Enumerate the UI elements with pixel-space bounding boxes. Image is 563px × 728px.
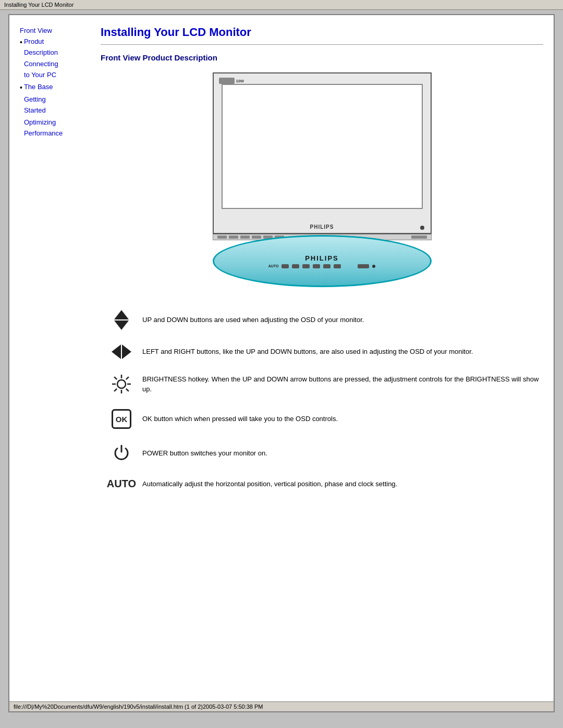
base-ctrl-3 [302, 264, 310, 268]
sidebar-item-optimizing: • OptimizingPerformance [20, 117, 95, 139]
title-bar-text: Installing Your LCD Monitor [4, 2, 74, 8]
power-icon [112, 443, 131, 463]
svg-point-8 [117, 380, 126, 388]
brightness-icon [111, 374, 132, 394]
power-description: POWER button switches your monitor on. [142, 448, 543, 459]
sidebar-link-connecting[interactable]: Connectingto Your PC [24, 59, 58, 81]
monitor-btn-2 [229, 236, 238, 239]
sidebar-item-base: • The Base [20, 82, 95, 93]
base-ctrl-4 [313, 264, 320, 268]
base-power-dot [372, 265, 375, 268]
svg-line-4 [114, 377, 117, 379]
monitor-btn-4 [252, 236, 261, 239]
bullet-icon-3: • [20, 82, 22, 93]
monitor-base: PHILIPS AUTO [213, 235, 432, 287]
main-content: Installing Your LCD Monitor Front View P… [95, 26, 543, 691]
status-bar: file:///D|/My%20Documents/dfu/W9/english… [9, 701, 554, 711]
arrow-down-icon [114, 320, 129, 330]
sidebar-link-base[interactable]: The Base [24, 82, 53, 93]
ok-icon: OK [112, 409, 131, 429]
base-ctrl-6 [334, 264, 341, 268]
icon-row-power: POWER button switches your monitor on. [101, 436, 543, 471]
monitor-btn-7 [411, 236, 427, 239]
icon-cell-updown [101, 310, 142, 330]
svg-line-5 [126, 389, 129, 391]
base-auto-label: AUTO [268, 264, 279, 268]
icon-cell-auto: AUTO [101, 478, 142, 490]
sidebar-link-optimizing[interactable]: OptimizingPerformance [24, 117, 63, 139]
monitor-logo: PHILIPS [310, 224, 334, 230]
ok-description: OK button which when pressed will take y… [142, 414, 543, 424]
icon-cell-leftright [101, 344, 142, 359]
monitor-btn-3 [240, 236, 250, 239]
browser-window: Front View • ProdutDescription • Connect… [8, 14, 555, 712]
icon-row-updown: UP and DOWN buttons are used when adjust… [101, 303, 543, 337]
updown-description: UP and DOWN buttons are used when adjust… [142, 315, 543, 325]
icon-row-leftright: LEFT and RIGHT buttons, like the UP and … [101, 337, 543, 366]
sidebar-item-produt: • ProdutDescription [20, 36, 95, 58]
base-ctrl-2 [292, 264, 299, 268]
monitor-power-indicator [420, 226, 424, 230]
divider [101, 44, 543, 45]
leftright-icon [112, 344, 131, 359]
monitor-diagram: 100/ PHILIPS [101, 72, 543, 287]
icon-row-brightness: BRIGHTNESS hotkey. When the UP and DOWN … [101, 366, 543, 402]
brightness-description: BRIGHTNESS hotkey. When the UP and DOWN … [142, 374, 543, 394]
status-bar-text: file:///D|/My%20Documents/dfu/W9/english… [14, 704, 263, 710]
monitor-outer: 100/ PHILIPS [213, 72, 432, 287]
base-ctrl-5 [323, 264, 331, 268]
arrow-up-icon [114, 310, 129, 319]
icon-row-auto: AUTO Automatically adjust the horizontal… [101, 471, 543, 497]
monitor-screen [222, 84, 423, 209]
bullet-icon: • [20, 36, 22, 48]
icon-cell-brightness [101, 374, 142, 394]
sidebar-link-produt[interactable]: ProdutDescription [24, 36, 58, 58]
icon-row-ok: OK OK button which when pressed will tak… [101, 402, 543, 436]
base-ctrl-7 [358, 264, 369, 268]
notch-shape [219, 78, 235, 84]
base-ctrl-1 [282, 264, 289, 268]
sidebar-item-connecting: • Connectingto Your PC [20, 59, 95, 81]
updown-icon [114, 310, 129, 330]
svg-line-7 [114, 389, 117, 391]
sidebar-link-front-view[interactable]: Front View [20, 26, 95, 36]
page-title: Installing Your LCD Monitor [101, 26, 543, 39]
sidebar: Front View • ProdutDescription • Connect… [20, 26, 95, 691]
content-area: Front View • ProdutDescription • Connect… [9, 15, 554, 701]
icon-cell-ok: OK [101, 409, 142, 429]
auto-icon: AUTO [107, 478, 136, 490]
icons-table: UP and DOWN buttons are used when adjust… [101, 303, 543, 497]
section-title: Front View Product Description [101, 53, 543, 62]
leftright-description: LEFT and RIGHT buttons, like the UP and … [142, 347, 543, 357]
arrow-right-icon [122, 344, 131, 359]
sidebar-item-getting: • GettingStarted [20, 94, 95, 116]
monitor-top-notch: 100/ [219, 78, 244, 84]
base-brand-label: PHILIPS [305, 254, 339, 262]
title-bar: Installing Your LCD Monitor [0, 0, 563, 10]
auto-description: Automatically adjust the horizontal posi… [142, 479, 543, 489]
icon-cell-power [101, 443, 142, 463]
monitor-btn-1 [217, 236, 227, 239]
notch-text: 100/ [236, 79, 244, 83]
arrow-left-icon [112, 344, 121, 359]
sidebar-link-getting[interactable]: GettingStarted [24, 94, 46, 116]
monitor-bezel: 100/ PHILIPS [213, 72, 432, 234]
svg-line-6 [126, 377, 129, 379]
base-controls: AUTO [268, 264, 376, 268]
